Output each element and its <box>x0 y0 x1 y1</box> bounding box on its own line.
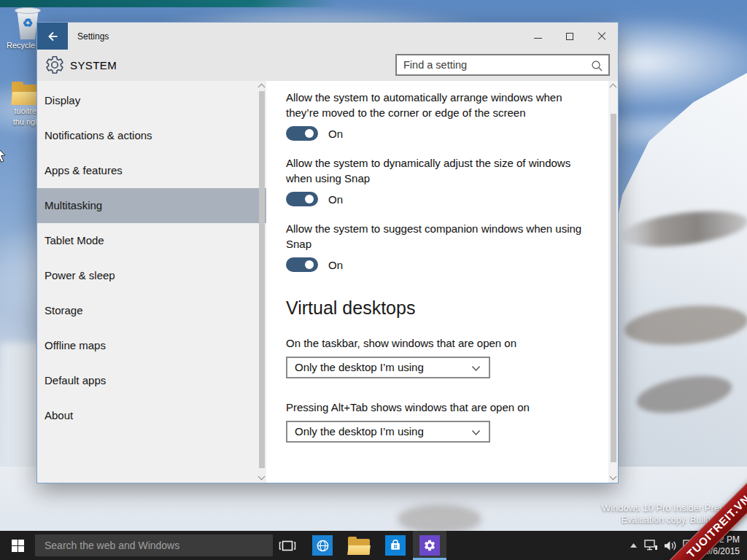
minimize-button[interactable] <box>522 23 554 50</box>
sidebar-item-notifications[interactable]: Notifications & actions <box>37 118 266 153</box>
close-button[interactable] <box>586 23 618 50</box>
sidebar-scrollbar-thumb[interactable] <box>259 91 265 468</box>
minimize-icon <box>534 38 542 39</box>
content-scrollbar[interactable] <box>608 81 618 483</box>
settings-sidebar: Display Notifications & actions Apps & f… <box>37 81 266 483</box>
scroll-up-icon[interactable] <box>258 84 266 91</box>
dropdown-label-taskbar-windows: On the taskbar, show windows that are op… <box>286 337 516 349</box>
window-titlebar: Settings <box>37 23 618 50</box>
tray-show-hidden-icons[interactable] <box>626 531 640 560</box>
chevron-down-icon <box>471 365 481 372</box>
mouse-cursor <box>0 146 8 163</box>
dropdown-value: Only the desktop I’m using <box>295 361 424 373</box>
start-button[interactable] <box>0 531 35 560</box>
toggle-label-snap-resize: Allow the system to dynamically adjust t… <box>286 155 595 186</box>
speaker-icon <box>663 540 677 551</box>
sidebar-item-default-apps[interactable]: Default apps <box>37 363 266 398</box>
maximize-icon <box>566 33 573 40</box>
toggle-snap-suggest[interactable] <box>286 257 318 272</box>
taskbar: 2 PM 10/6/2015 <box>0 531 747 560</box>
toggle-knob <box>305 195 314 203</box>
settings-search-box[interactable] <box>395 54 610 76</box>
settings-search-input[interactable] <box>397 55 608 74</box>
toggle-knob <box>305 260 314 269</box>
sidebar-scrollbar[interactable] <box>257 81 266 483</box>
toggle-arrange-windows[interactable] <box>286 126 318 141</box>
close-icon <box>597 32 606 41</box>
settings-window: Settings SYSTEM Display Notifications & … <box>36 22 619 483</box>
multitasking-settings-pane: Allow the system to automatically arrang… <box>266 81 618 483</box>
sidebar-item-storage[interactable]: Storage <box>37 293 266 328</box>
sidebar-item-offline-maps[interactable]: Offline maps <box>37 328 266 363</box>
taskbar-search-box[interactable] <box>35 534 273 556</box>
scroll-down-icon[interactable] <box>258 473 266 481</box>
task-view-button[interactable] <box>273 531 302 560</box>
sidebar-item-power-sleep[interactable]: Power & sleep <box>37 258 266 293</box>
dropdown-value: Only the desktop I’m using <box>295 425 424 438</box>
file-explorer-button[interactable] <box>348 537 370 555</box>
snow-rock-patch <box>398 505 481 534</box>
toggle-state-label: On <box>328 128 343 140</box>
settings-app-taskbar-button[interactable] <box>413 531 446 560</box>
windows-logo-icon <box>12 540 24 552</box>
toggle-knob <box>305 129 314 138</box>
dropdown-label-alt-tab: Pressing Alt+Tab shows windows that are … <box>286 401 530 413</box>
content-scrollbar-thumb[interactable] <box>611 114 616 462</box>
search-icon <box>591 60 603 72</box>
gear-icon <box>423 539 436 552</box>
store-button[interactable] <box>385 535 406 556</box>
scroll-up-icon[interactable] <box>610 84 617 91</box>
sidebar-item-about[interactable]: About <box>37 398 266 433</box>
toggle-label-snap-suggest: Allow the system to suggest companion wi… <box>286 221 595 252</box>
page-title: SYSTEM <box>70 59 117 71</box>
dropdown-taskbar-windows[interactable]: Only the desktop I’m using <box>286 357 490 378</box>
sidebar-item-tablet-mode[interactable]: Tablet Mode <box>37 223 266 258</box>
chevron-up-icon <box>630 543 637 548</box>
toggle-snap-resize[interactable] <box>286 192 318 206</box>
network-tray-button[interactable] <box>642 531 659 560</box>
window-title: Settings <box>77 31 109 42</box>
sidebar-item-apps-features[interactable]: Apps & features <box>37 153 266 188</box>
settings-header: SYSTEM <box>37 50 618 81</box>
toggle-state-label: On <box>328 259 343 271</box>
sidebar-item-display[interactable]: Display <box>37 83 266 118</box>
section-heading-virtual-desktops: Virtual desktops <box>286 298 415 319</box>
network-icon <box>644 540 658 551</box>
toggle-state-label: On <box>328 193 343 206</box>
edge-globe-icon <box>316 539 330 553</box>
toggle-label-arrange-windows: Allow the system to automatically arrang… <box>286 90 595 120</box>
back-button[interactable] <box>37 23 68 50</box>
taskbar-search-input[interactable] <box>35 534 273 556</box>
back-arrow-icon <box>46 30 59 43</box>
task-view-icon <box>279 540 296 552</box>
gear-icon <box>44 55 65 75</box>
scroll-down-icon[interactable] <box>610 473 617 481</box>
sidebar-item-multitasking[interactable]: Multitasking <box>37 188 266 223</box>
dropdown-alt-tab[interactable]: Only the desktop I’m using <box>286 421 490 443</box>
maximize-button[interactable] <box>554 23 586 50</box>
settings-tile <box>419 535 440 556</box>
chevron-down-icon <box>471 429 481 436</box>
edge-browser-button[interactable] <box>312 535 333 556</box>
shopping-bag-icon <box>389 539 402 552</box>
